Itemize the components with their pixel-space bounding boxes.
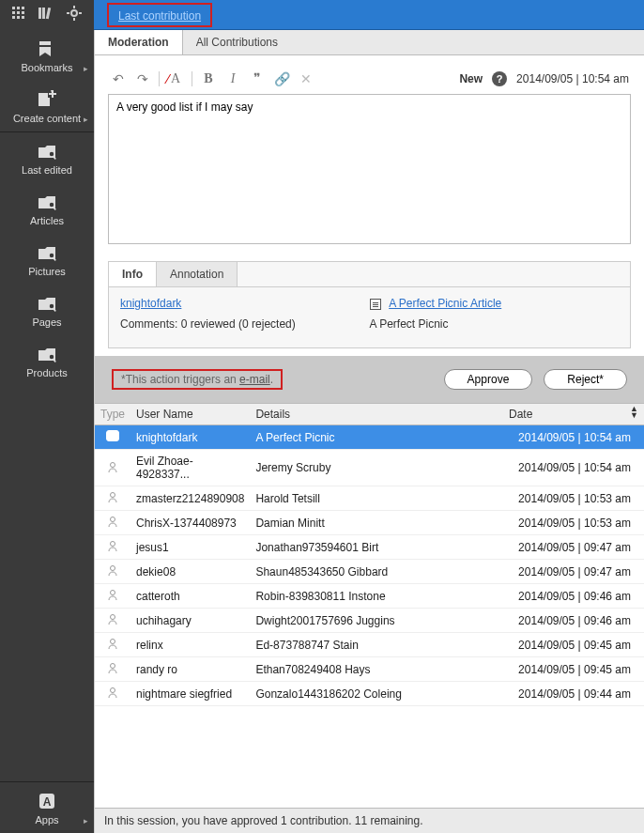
- bold-icon[interactable]: B: [200, 71, 217, 86]
- toolpane-products[interactable]: Products: [0, 335, 94, 386]
- cell-date: 2014/09/05 | 10:54 am: [503, 450, 644, 486]
- info-user-link[interactable]: knightofdark: [120, 297, 181, 310]
- last-contribution-tab[interactable]: Last contribution: [107, 3, 212, 27]
- chevron-right-icon: ▸: [84, 816, 88, 825]
- table-row[interactable]: catterothRobin-839830811 Instone2014/09/…: [95, 584, 644, 609]
- person-icon: [107, 540, 118, 551]
- undo-icon[interactable]: ↶: [110, 71, 127, 86]
- table-row[interactable]: dekie08Shaun485343650 Gibbard2014/09/05 …: [95, 560, 644, 584]
- reject-button[interactable]: Reject*: [544, 369, 627, 390]
- cell-user: randy ro: [130, 657, 250, 682]
- status-bar: In this session, you have approved 1 con…: [95, 808, 644, 833]
- svg-point-40: [111, 688, 115, 693]
- svg-rect-0: [12, 7, 15, 9]
- info-article-link[interactable]: A Perfect Picnic Article: [389, 297, 501, 310]
- library-icon[interactable]: [38, 7, 54, 23]
- toolpane-pages[interactable]: Pages: [0, 285, 94, 335]
- svg-point-33: [111, 517, 115, 522]
- folder-search-icon: [37, 345, 57, 363]
- toolpane-label: Products: [26, 367, 67, 378]
- cell-details: Damian Minitt: [250, 511, 503, 535]
- editor-toolbar: ↶ ↷ A⁄ B I ❞ 🔗 ✕ New ? 2014/09/05 | 10:5…: [108, 67, 631, 94]
- cell-date: 2014/09/05 | 09:45 am: [503, 657, 644, 682]
- cell-user: zmasterz2124890908: [130, 486, 250, 511]
- toolpane-label: Create content: [13, 113, 81, 124]
- toolpane-bookmarks[interactable]: Bookmarks ▸: [0, 30, 94, 81]
- table-row[interactable]: Evil Zhoae-4928337...Jeremy Scruby2014/0…: [95, 450, 644, 486]
- cell-details: Jeremy Scruby: [250, 450, 503, 486]
- cell-user: dekie08: [130, 560, 250, 584]
- table-row[interactable]: uchihagaryDwight2001757696 Juggins2014/0…: [95, 609, 644, 633]
- cell-date: 2014/09/05 | 09:46 am: [503, 584, 644, 609]
- tab-moderation[interactable]: Moderation: [95, 30, 183, 54]
- toolpane-label: Articles: [30, 215, 64, 226]
- col-details[interactable]: Details: [250, 404, 503, 425]
- cell-details: A Perfect Picnic: [250, 425, 503, 450]
- table-row[interactable]: jesus1Jonathan973594601 Birt2014/09/05 |…: [95, 535, 644, 560]
- svg-point-39: [111, 664, 115, 669]
- col-date[interactable]: Date▲▼: [503, 404, 644, 425]
- cell-date: 2014/09/05 | 09:44 am: [503, 682, 644, 706]
- table-row[interactable]: knightofdarkA Perfect Picnic2014/09/05 |…: [95, 425, 644, 450]
- last-contribution-link[interactable]: Last contribution: [118, 9, 201, 23]
- person-icon: [107, 461, 118, 472]
- grid-icon[interactable]: [12, 7, 25, 23]
- cell-details: Robin-839830811 Instone: [250, 584, 503, 609]
- comment-editor[interactable]: [108, 94, 631, 244]
- table-row[interactable]: relinxEd-873788747 Stain2014/09/05 | 09:…: [95, 633, 644, 657]
- col-user[interactable]: User Name: [130, 404, 250, 425]
- link-icon[interactable]: 🔗: [273, 71, 290, 86]
- contributions-grid[interactable]: Type User Name Details Date▲▼ knightofda…: [95, 403, 644, 808]
- svg-rect-3: [12, 11, 15, 14]
- cell-user: Evil Zhoae-4928337...: [130, 450, 250, 486]
- table-row[interactable]: ChrisX-1374408973Damian Minitt2014/09/05…: [95, 511, 644, 535]
- redo-icon[interactable]: ↷: [134, 71, 151, 86]
- svg-rect-15: [67, 12, 69, 14]
- cell-details: Dwight2001757696 Juggins: [250, 609, 503, 633]
- toolpane-label: Pages: [32, 316, 61, 328]
- email-link[interactable]: e-mail: [239, 373, 270, 386]
- folder-search-icon: [37, 142, 57, 161]
- topbar: Last contribution: [0, 0, 644, 30]
- svg-rect-13: [73, 6, 75, 8]
- svg-rect-9: [38, 8, 41, 19]
- svg-rect-7: [17, 16, 20, 19]
- toolpane-articles[interactable]: Articles: [0, 183, 94, 234]
- info-panel: Info Annotation knightofdark Comments: 0…: [108, 261, 631, 348]
- toolpane-label: Pictures: [28, 266, 66, 277]
- table-row[interactable]: zmasterz2124890908Harold Tetsill2014/09/…: [95, 486, 644, 511]
- tab-all-contributions[interactable]: All Contributions: [183, 30, 291, 54]
- chevron-right-icon: ▸: [84, 115, 88, 124]
- clear-format-icon[interactable]: A⁄: [167, 71, 184, 86]
- content-tabs: Moderation All Contributions: [95, 30, 644, 55]
- toolpane-pictures[interactable]: Pictures: [0, 234, 94, 285]
- help-icon[interactable]: ?: [492, 71, 507, 86]
- cell-user: relinx: [130, 633, 250, 657]
- quote-icon[interactable]: ❞: [249, 70, 266, 86]
- svg-rect-11: [46, 7, 51, 18]
- toolpane-last-edited[interactable]: Last edited: [0, 132, 94, 183]
- italic-icon[interactable]: I: [224, 71, 241, 86]
- tab-annotation[interactable]: Annotation: [157, 262, 238, 286]
- col-type[interactable]: Type: [95, 404, 130, 425]
- svg-point-37: [111, 615, 115, 620]
- sort-icon: ▲▼: [630, 406, 638, 419]
- cell-user: ChrisX-1374408973: [130, 511, 250, 535]
- approve-button[interactable]: Approve: [444, 369, 533, 390]
- cell-date: 2014/09/05 | 10:53 am: [503, 511, 644, 535]
- toolpane-apps[interactable]: A Apps ▸: [0, 782, 94, 833]
- table-row[interactable]: randy roEthan708249408 Hays2014/09/05 | …: [95, 657, 644, 682]
- editor-status: New: [459, 72, 483, 85]
- create-icon: [37, 90, 57, 109]
- table-row[interactable]: nightmare siegfriedGonzalo1443186202 Col…: [95, 682, 644, 706]
- svg-rect-16: [79, 12, 82, 14]
- apps-icon: A: [38, 792, 56, 810]
- tab-info[interactable]: Info: [109, 262, 157, 286]
- target-icon[interactable]: [67, 6, 82, 24]
- tool-pane: Bookmarks ▸ Create content ▸ Last edited…: [0, 30, 94, 833]
- svg-rect-1: [17, 7, 20, 9]
- svg-point-32: [111, 493, 115, 498]
- svg-rect-5: [22, 11, 24, 14]
- toolpane-create-content[interactable]: Create content ▸: [0, 81, 94, 131]
- unlink-icon[interactable]: ✕: [298, 71, 314, 86]
